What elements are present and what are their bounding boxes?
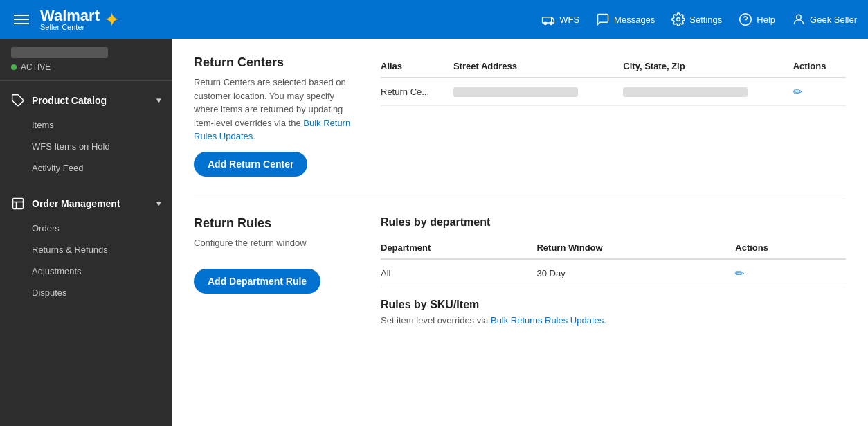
sidebar-item-returns-refunds[interactable]: Returns & Refunds bbox=[0, 239, 172, 260]
address-blur-city bbox=[623, 87, 748, 97]
settings-nav[interactable]: Settings bbox=[671, 12, 722, 26]
return-centers-title: Return Centers bbox=[194, 55, 353, 70]
sidebar-item-items[interactable]: Items bbox=[0, 114, 172, 136]
user-nav[interactable]: Geek Seller bbox=[792, 12, 857, 26]
rules-by-dept-table: Department Return Window Actions All 30 … bbox=[381, 237, 846, 287]
edit-icon[interactable]: ✏ bbox=[735, 267, 744, 279]
col-alias: Alias bbox=[381, 55, 453, 78]
wfs-label: WFS bbox=[559, 15, 579, 25]
brand-name: Walmart bbox=[40, 8, 100, 24]
order-management-label: Order Management bbox=[32, 198, 120, 209]
svg-point-3 bbox=[677, 18, 680, 21]
col-city-state-zip: City, State, Zip bbox=[623, 55, 793, 78]
seller-name-bar bbox=[11, 47, 108, 58]
sidebar-item-order-management[interactable]: Order Management ▾ bbox=[0, 190, 172, 218]
order-management-section: Order Management ▾ Orders Returns & Refu… bbox=[0, 184, 172, 309]
address-blur-street bbox=[453, 87, 578, 97]
return-rules-title: Return Rules bbox=[194, 216, 353, 231]
brand-subtitle: Seller Center bbox=[40, 24, 100, 31]
header-left: Walmart Seller Center ✦ bbox=[11, 8, 120, 31]
active-dot bbox=[11, 64, 17, 70]
return-centers-right: Alias Street Address City, State, Zip Ac… bbox=[381, 55, 846, 177]
rules-by-sku-desc: Set item level overrides via Bulk Return… bbox=[381, 315, 846, 326]
return-rules-layout: Return Rules Configure the return window… bbox=[194, 216, 846, 326]
sidebar: ACTIVE Product Catalog ▾ Items WFS Items… bbox=[0, 39, 172, 426]
help-nav[interactable]: Help bbox=[739, 12, 775, 26]
settings-label: Settings bbox=[689, 15, 722, 25]
order-management-chevron: ▾ bbox=[156, 199, 161, 208]
cell-city bbox=[623, 78, 793, 106]
product-catalog-label: Product Catalog bbox=[32, 95, 107, 106]
hamburger-menu[interactable] bbox=[11, 12, 32, 27]
main-content: Return Centers Return Centers are select… bbox=[172, 39, 868, 426]
walmart-logo: Walmart Seller Center ✦ bbox=[40, 8, 120, 31]
add-department-rule-button[interactable]: Add Department Rule bbox=[194, 269, 320, 294]
svg-point-1 bbox=[544, 22, 546, 24]
cell-action-edit[interactable]: ✏ bbox=[793, 78, 846, 106]
sidebar-item-disputes[interactable]: Disputes bbox=[0, 282, 172, 303]
sidebar-item-activity-feed[interactable]: Activity Feed bbox=[0, 157, 172, 179]
section-divider bbox=[194, 199, 846, 199]
help-label: Help bbox=[757, 15, 775, 25]
sidebar-item-product-catalog[interactable]: Product Catalog ▾ bbox=[0, 87, 172, 114]
return-centers-header-row: Alias Street Address City, State, Zip Ac… bbox=[381, 55, 846, 78]
messages-label: Messages bbox=[614, 15, 655, 25]
svg-point-4 bbox=[740, 14, 752, 26]
col-actions: Actions bbox=[793, 55, 846, 78]
return-rules-right: Rules by department Department Return Wi… bbox=[381, 216, 846, 326]
spark-icon: ✦ bbox=[104, 8, 120, 31]
edit-icon[interactable]: ✏ bbox=[793, 86, 802, 98]
table-row: Return Ce... ✏ bbox=[381, 78, 846, 106]
rules-by-dept-tbody: All 30 Day ✏ bbox=[381, 259, 846, 287]
header: Walmart Seller Center ✦ WFS Messages Set… bbox=[0, 0, 868, 39]
add-return-center-button[interactable]: Add Return Center bbox=[194, 152, 307, 177]
table-row: All 30 Day ✏ bbox=[381, 259, 846, 287]
bulk-returns-sku-link[interactable]: Bulk Returns Rules Updates. bbox=[491, 315, 606, 326]
svg-point-6 bbox=[797, 15, 802, 19]
cell-street bbox=[453, 78, 623, 106]
svg-rect-8 bbox=[13, 199, 24, 209]
seller-info: ACTIVE bbox=[0, 39, 172, 81]
header-nav: WFS Messages Settings Help Geek Seller bbox=[541, 12, 857, 26]
return-centers-section: Return Centers Return Centers are select… bbox=[194, 55, 846, 177]
rules-by-dept-thead: Department Return Window Actions bbox=[381, 237, 846, 259]
return-centers-table: Alias Street Address City, State, Zip Ac… bbox=[381, 55, 846, 106]
return-rules-left: Return Rules Configure the return window… bbox=[194, 216, 353, 326]
return-centers-tbody: Return Ce... ✏ bbox=[381, 78, 846, 106]
sidebar-item-adjustments[interactable]: Adjustments bbox=[0, 260, 172, 282]
col-return-window: Return Window bbox=[536, 237, 735, 259]
cell-alias: Return Ce... bbox=[381, 78, 453, 106]
geek-seller-label: Geek Seller bbox=[810, 15, 857, 25]
sidebar-item-orders[interactable]: Orders bbox=[0, 218, 172, 239]
cell-dept-edit[interactable]: ✏ bbox=[735, 259, 846, 287]
col-street: Street Address bbox=[453, 55, 623, 78]
return-centers-desc: Return Centers are selected based on cus… bbox=[194, 76, 353, 143]
cell-department: All bbox=[381, 259, 536, 287]
svg-point-2 bbox=[550, 22, 552, 24]
return-rules-desc: Configure the return window bbox=[194, 236, 353, 250]
return-rules-section: Return Rules Configure the return window… bbox=[194, 216, 846, 326]
col-dept-actions: Actions bbox=[735, 237, 846, 259]
col-department: Department bbox=[381, 237, 536, 259]
return-centers-left: Return Centers Return Centers are select… bbox=[194, 55, 353, 177]
sidebar-item-wfs-hold[interactable]: WFS Items on Hold bbox=[0, 136, 172, 157]
return-centers-layout: Return Centers Return Centers are select… bbox=[194, 55, 846, 177]
rules-dept-header-row: Department Return Window Actions bbox=[381, 237, 846, 259]
rules-by-dept-title: Rules by department bbox=[381, 216, 846, 229]
messages-nav[interactable]: Messages bbox=[596, 12, 655, 26]
wfs-nav[interactable]: WFS bbox=[541, 12, 579, 26]
product-catalog-section: Product Catalog ▾ Items WFS Items on Hol… bbox=[0, 81, 172, 184]
layout: ACTIVE Product Catalog ▾ Items WFS Items… bbox=[0, 39, 868, 426]
active-badge: ACTIVE bbox=[11, 62, 161, 72]
return-centers-thead: Alias Street Address City, State, Zip Ac… bbox=[381, 55, 846, 78]
cell-return-window: 30 Day bbox=[536, 259, 735, 287]
product-catalog-chevron: ▾ bbox=[156, 96, 161, 105]
rules-by-sku-title: Rules by SKU/Item bbox=[381, 299, 846, 311]
active-label: ACTIVE bbox=[21, 62, 51, 72]
